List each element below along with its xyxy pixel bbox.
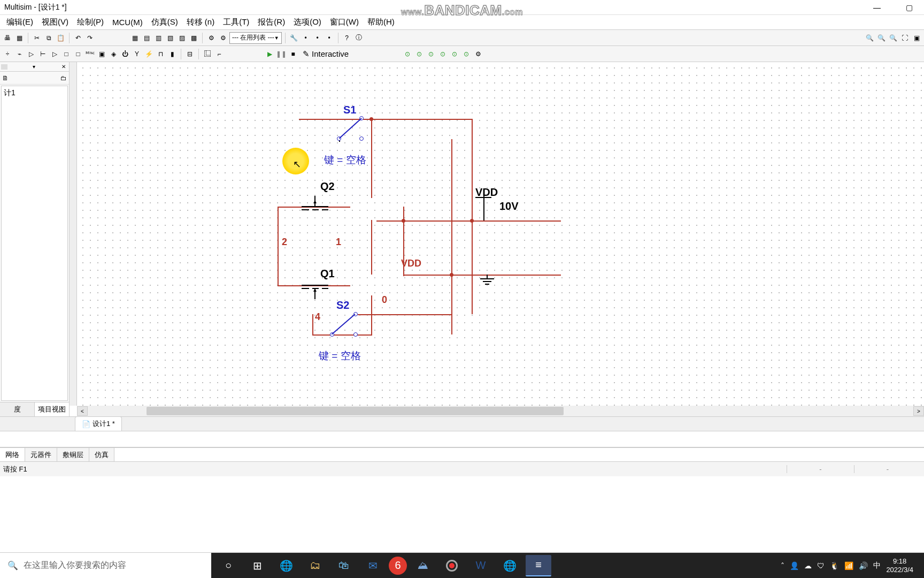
taskbar-store[interactable]: 🛍 (331, 555, 357, 576)
tree-item-design1[interactable]: 计1 (4, 88, 65, 98)
probe2-button[interactable]: • (301, 33, 311, 43)
probe4-button[interactable]: • (324, 33, 335, 43)
taskbar-app1[interactable]: 6 (389, 557, 407, 575)
tab-components[interactable]: 元器件 (25, 448, 57, 461)
ground-symbol[interactable] (478, 275, 496, 289)
tab-hierarchy[interactable]: 度 (0, 402, 35, 416)
taskbar-app2[interactable]: ⛰ (410, 555, 436, 576)
place-bus-button[interactable]: ⊟ (184, 49, 195, 59)
tray-volume-icon[interactable]: 🔊 (859, 561, 868, 570)
taskbar-record[interactable] (439, 555, 465, 576)
maximize-button[interactable]: ▢ (898, 2, 920, 13)
wire[interactable] (299, 119, 473, 120)
wire[interactable] (312, 314, 313, 336)
place-cmos-button[interactable]: □ (73, 49, 83, 59)
taskbar-explorer[interactable]: 🗂 (302, 555, 328, 576)
taskbar-mail[interactable]: ✉ (360, 555, 386, 576)
probe-d-button[interactable]: ⊙ (437, 49, 448, 59)
menu-transfer[interactable]: 转移 (n) (182, 15, 219, 29)
probe-ref-button[interactable]: ⊙ (449, 49, 460, 59)
grid1-button[interactable]: ▦ (129, 33, 140, 43)
tray-clock[interactable]: 9:18 2022/3/4 (886, 557, 913, 574)
place-mcu-button[interactable]: ▮ (167, 49, 178, 59)
menu-simulate[interactable]: 仿真(S) (147, 15, 182, 29)
taskbar-word[interactable]: W (468, 555, 494, 576)
place-source-button[interactable]: ÷ (2, 49, 13, 59)
place-analog-button[interactable]: ▷ (49, 49, 60, 59)
run-button[interactable]: ▶ (264, 49, 275, 59)
menu-tools[interactable]: 工具(T) (219, 15, 253, 29)
tray-up-icon[interactable]: ˄ (781, 561, 784, 570)
zoom-area-button[interactable]: ⛶ (899, 33, 910, 43)
menu-draw[interactable]: 绘制(P) (73, 15, 108, 29)
zoom-in-button[interactable]: 🔍 (864, 33, 875, 43)
schematic-canvas[interactable]: S1 键 = 空格 S2 键 = 空格 (77, 62, 924, 406)
scroll-track[interactable] (88, 406, 913, 416)
place-diode-button[interactable]: ▷ (26, 49, 36, 59)
transistor-q2[interactable] (296, 196, 334, 223)
design-tree[interactable]: 计1 (1, 86, 68, 401)
panel-dropdown-button[interactable]: ▾ (30, 64, 37, 70)
switch-s1[interactable] (339, 117, 363, 139)
place-rf-button[interactable]: Y (132, 49, 142, 59)
probe1-button[interactable]: 🔧 (289, 33, 299, 43)
comp2-button[interactable]: ⚙ (218, 33, 228, 43)
wire[interactable] (278, 207, 279, 286)
taskbar-cortana[interactable]: ○ (215, 555, 241, 576)
grid3-button[interactable]: ▥ (153, 33, 164, 43)
doc-tab-design1[interactable]: 📄 设计1 * (75, 416, 122, 431)
menu-mcu[interactable]: MCU(M) (108, 16, 147, 29)
probe3-button[interactable]: • (312, 33, 323, 43)
inuse-list-combo[interactable]: --- 在用列表 --- ▼ (229, 32, 282, 44)
probe-diff-button[interactable]: ⊙ (461, 49, 472, 59)
undo-button[interactable]: ↶ (73, 33, 83, 43)
help-button[interactable]: ? (342, 33, 352, 43)
tray-wifi-icon[interactable]: 📶 (844, 561, 853, 570)
menu-report[interactable]: 报告(R) (253, 15, 289, 29)
place-connector-button[interactable]: ⊓ (155, 49, 166, 59)
wire[interactable] (371, 119, 372, 198)
switch-s2[interactable] (332, 313, 356, 334)
menu-window[interactable]: 窗口(W) (326, 15, 363, 29)
print-button[interactable]: 🖶 (2, 33, 13, 43)
place-mixed-button[interactable]: ▣ (96, 49, 107, 59)
cut-button[interactable]: ✂ (32, 33, 42, 43)
taskbar-taskview[interactable]: ⊞ (244, 555, 270, 576)
place-em-button[interactable]: ⚡ (143, 49, 154, 59)
taskbar-search[interactable]: 🔍 在这里输入你要搜索的内容 (0, 553, 211, 579)
place-ttl-button[interactable]: □ (61, 49, 72, 59)
scroll-left-button[interactable]: < (77, 406, 88, 416)
new-design-icon[interactable]: 🗎 (2, 74, 9, 82)
place-power-button[interactable]: ⏻ (120, 49, 130, 59)
tray-people-icon[interactable]: 👤 (790, 561, 799, 570)
place-indicator-button[interactable]: ◈ (108, 49, 119, 59)
tray-onedrive-icon[interactable]: ☁ (804, 561, 812, 570)
comp1-button[interactable]: ⚙ (206, 33, 217, 43)
menu-view[interactable]: 视图(V) (37, 15, 73, 29)
fullscreen-button[interactable]: ▣ (911, 33, 922, 43)
grid5-button[interactable]: ▨ (176, 33, 187, 43)
menu-help[interactable]: 帮助(H) (363, 15, 399, 29)
place-transistor-button[interactable]: ⊢ (37, 49, 48, 59)
tab-simulation[interactable]: 仿真 (89, 448, 114, 461)
grid6-button[interactable]: ▩ (188, 33, 199, 43)
pause-button[interactable]: ❚❚ (276, 49, 287, 59)
tray-ime[interactable]: 中 (873, 561, 881, 571)
horizontal-scrollbar[interactable]: < > (77, 406, 924, 416)
copy-button[interactable]: ⧉ (43, 33, 54, 43)
tab-project-view[interactable]: 项目视图 (35, 402, 69, 416)
paste-button[interactable]: 📋 (55, 33, 66, 43)
tab-copper[interactable]: 敷铜层 (57, 448, 89, 461)
menu-edit[interactable]: 编辑(E) (2, 15, 37, 29)
taskbar-edge[interactable]: 🌐 (273, 555, 299, 576)
hierarchy-button[interactable]: ⿺ (202, 49, 213, 59)
collapse-tree-icon[interactable]: 🗀 (60, 74, 67, 82)
probe-settings-button[interactable]: ⚙ (473, 49, 483, 59)
place-misc-button[interactable]: ᴹᴵˢᶜ (84, 49, 95, 59)
probe-i-button[interactable]: ⊙ (414, 49, 425, 59)
tab-nets[interactable]: 网络 (0, 448, 25, 461)
menu-options[interactable]: 选项(O) (289, 15, 326, 29)
wire[interactable] (358, 314, 451, 315)
grid2-button[interactable]: ▤ (141, 33, 152, 43)
wire[interactable] (472, 119, 473, 314)
